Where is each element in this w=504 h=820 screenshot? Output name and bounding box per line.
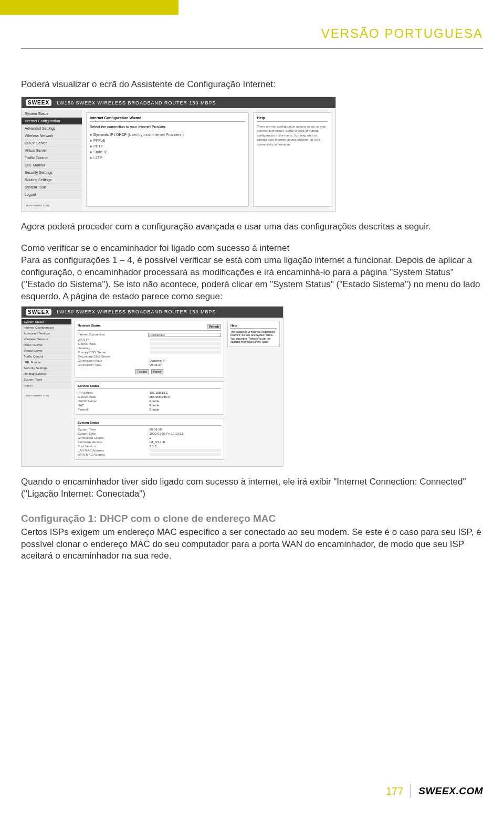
screenshot-wizard: SWEEX LW150 SWEEX WIRELESS BROADBAND ROU… (21, 97, 336, 212)
wizard-title: Internet Configuration Wizard (90, 116, 245, 122)
config1-body: Certos ISPs exigem um endereço MAC espec… (21, 527, 483, 563)
help-panel: Help There are two configuration options… (253, 112, 331, 207)
label-fw: Firmware Version (78, 440, 150, 444)
label-firewall: Firewall (78, 408, 150, 411)
release-button[interactable]: Release (135, 369, 149, 374)
value-subnet (150, 342, 222, 345)
router-nav-2: System Status Internet Configuration Adv… (22, 318, 71, 466)
nav2-virtual-server[interactable]: Virtual Server (22, 348, 71, 354)
header-divider (21, 48, 483, 49)
nav-security-settings[interactable]: Security Settings (22, 169, 82, 176)
wizard-instruction: Select the connection to your Internet P… (90, 125, 245, 129)
page-footer: 177 SWEEX.COM (386, 784, 483, 798)
renew-button[interactable]: Renew (151, 369, 164, 374)
screenshot-status: SWEEX LW150 SWEEX WIRELESS BROADBAND ROU… (21, 306, 284, 467)
label-gateway: Gateway (78, 346, 150, 350)
nav2-url-monitor[interactable]: URL Monitor (22, 360, 71, 365)
nav2-wireless-network[interactable]: Wireless Network (22, 337, 71, 342)
system-status-panel: System Status System Time00:09:10 System… (75, 418, 224, 460)
nav-routing-settings[interactable]: Routing Settings (22, 176, 82, 184)
nav2-security-settings[interactable]: Security Settings (22, 365, 71, 371)
page-number: 177 (386, 785, 403, 797)
nav2-system-status[interactable]: System Status (22, 319, 71, 325)
value-wan-ip (150, 338, 222, 341)
value-fw: H1_V3.1.4i (150, 440, 222, 444)
verify-lead: Como verificar se o encaminhador foi lig… (21, 243, 289, 253)
option-static[interactable]: Static IP (90, 149, 245, 155)
label-dns: Primary DNS Server (78, 351, 150, 354)
label-lanmac: LAN MAC Address (78, 449, 150, 452)
option-pppoe-label: PPPoE (93, 139, 106, 142)
option-pptp[interactable]: PPTP (90, 143, 245, 149)
network-status-panel: Network StatusRefresh Internet Connectio… (75, 321, 224, 378)
value-systime: 00:09:10 (150, 428, 222, 431)
value-wanmac (150, 453, 222, 456)
help-title-2: Help (230, 324, 277, 329)
value-conn-mode: Dynamic IP (150, 359, 222, 362)
option-dhcp-label: Dynamic IP / DHCP (93, 133, 127, 136)
router-title-2: LW150 SWEEX WIRELESS BROADBAND ROUTER 15… (57, 309, 216, 314)
label-dhcp2: DHCP Server (78, 400, 150, 403)
footer-divider (411, 784, 411, 798)
help-panel-2: Help This section is to help you underst… (227, 321, 280, 347)
nav-logout[interactable]: Logout (22, 191, 82, 198)
nav-virtual-server[interactable]: Virtual Server (22, 147, 82, 154)
help-title: Help (257, 116, 328, 122)
router-header: SWEEX LW150 SWEEX WIRELESS BROADBAND ROU… (22, 97, 335, 108)
value-subnet2: 255.255.255.0 (150, 395, 222, 398)
nav2-dhcp-server[interactable]: DHCP Server (22, 342, 71, 348)
option-dhcp-note: (Used by most Internet Providers.) (128, 133, 184, 136)
top-accent-bar (0, 0, 178, 15)
nav2-traffic-control[interactable]: Traffic Control (22, 354, 71, 360)
para-connected: Quando o encaminhador tiver sido ligado … (21, 476, 483, 500)
label-systime: System Time (78, 428, 150, 431)
label-subnet: Subnet Mask (78, 342, 150, 345)
nav-dhcp-server[interactable]: DHCP Server (22, 140, 82, 147)
system-status-title: System Status (78, 421, 221, 426)
config1-heading: Configuração 1: DHCP com o clone de ende… (21, 513, 483, 524)
refresh-button[interactable]: Refresh (207, 324, 221, 329)
option-pppoe[interactable]: PPPoE (90, 138, 245, 143)
value-secondary-dns (150, 355, 222, 358)
value-boot: 2.1.0 (150, 445, 222, 448)
nav-url-monitor[interactable]: URL Monitor (22, 162, 82, 169)
nav-system-tools[interactable]: System Tools (22, 184, 82, 191)
nav-traffic-control[interactable]: Traffic Control (22, 154, 82, 162)
option-l2tp[interactable]: L2TP (90, 155, 245, 161)
label-ip: IP Address (78, 391, 150, 394)
network-status-title: Network Status (78, 324, 101, 329)
footer-link-2[interactable]: www.sweex.com (22, 392, 71, 399)
footer-link[interactable]: www.sweex.com (22, 202, 82, 209)
nav2-routing-settings[interactable]: Routing Settings (22, 371, 71, 377)
wizard-panel: Internet Configuration Wizard Select the… (86, 112, 249, 207)
nav2-system-tools[interactable]: System Tools (22, 377, 71, 383)
nav-system-status[interactable]: System Status (22, 110, 82, 118)
label-wan-ip: WAN IP (78, 338, 150, 341)
value-clients: 2 (150, 436, 222, 439)
label-internet-connection: Internet Connection (78, 333, 148, 337)
value-lanmac (150, 449, 222, 452)
nav2-internet-config[interactable]: Internet Configuration (22, 325, 71, 331)
nav2-logout[interactable]: Logout (22, 383, 71, 388)
option-dhcp[interactable]: Dynamic IP / DHCP (Used by most Internet… (90, 132, 245, 138)
label-conn-mode: Connection Mode (78, 359, 150, 362)
para-proceed: Agora poderá proceder com a configuração… (21, 221, 483, 233)
value-sysdate: 2009-01-06 Fri 10:10:21 (150, 432, 222, 435)
sweex-logo-2: SWEEX (26, 309, 51, 316)
label-clients: Connected Clients (78, 436, 150, 439)
label-conn-time: Connection Time (78, 363, 150, 366)
nav-advanced-settings[interactable]: Advanced Settings (22, 125, 82, 132)
help-text-2: This section is to help you understand N… (230, 330, 277, 344)
value-conn-time: 00:08:37 (150, 363, 222, 366)
value-dhcp2: Enable (150, 400, 222, 403)
footer-brand: SWEEX.COM (418, 785, 483, 797)
sweex-logo: SWEEX (26, 99, 51, 106)
value-nat: Enable (150, 404, 222, 407)
nav2-advanced-settings[interactable]: Advanced Settings (22, 331, 71, 337)
nav-internet-config[interactable]: Internet Configuration (22, 118, 82, 125)
nav-wireless-network[interactable]: Wireless Network (22, 132, 82, 140)
service-status-title: Service Status (78, 384, 221, 389)
label-wanmac: WAN MAC Address (78, 453, 150, 456)
value-firewall: Enable (150, 408, 222, 411)
router-nav: System Status Internet Configuration Adv… (22, 108, 82, 211)
